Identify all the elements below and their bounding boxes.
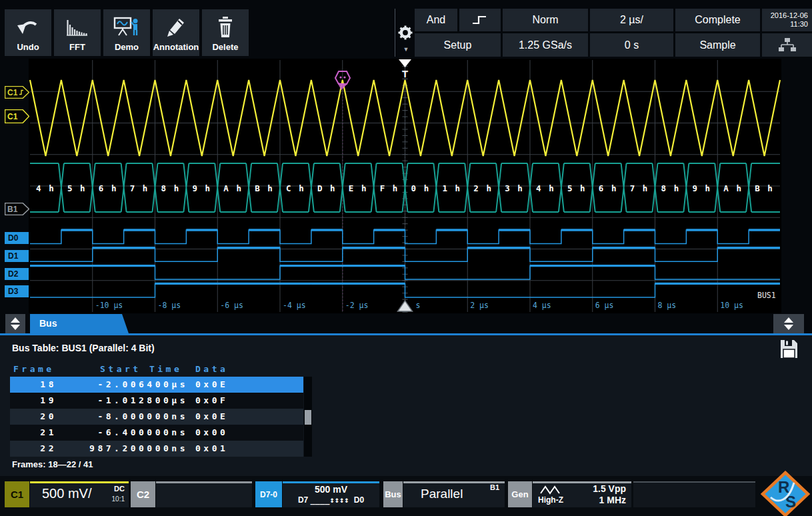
cell-start-time-value: -6.400000ns bbox=[10, 427, 188, 437]
undo-button[interactable]: Undo bbox=[5, 9, 51, 56]
save-icon[interactable] bbox=[780, 339, 798, 359]
time-axis-label: 6 µs bbox=[595, 301, 614, 310]
gen-badge[interactable]: Gen bbox=[508, 481, 532, 507]
scrollbar-thumb[interactable] bbox=[305, 410, 311, 425]
channel2-accent bbox=[156, 481, 252, 483]
bus-value-label: 6 h bbox=[599, 183, 618, 193]
time-axis-label: -6 µs bbox=[220, 301, 243, 310]
delete-button[interactable]: Delete bbox=[202, 9, 249, 56]
bus-value-label: 9 h bbox=[192, 183, 211, 193]
cell-start-time-value: 987.200000ns bbox=[10, 443, 188, 453]
digital-panel[interactable]: 500 mV D7 ____↕↕↕↕ D0 bbox=[283, 481, 379, 507]
bus-value-label: 4 h bbox=[536, 183, 555, 193]
d1-channel-label[interactable]: D1 bbox=[5, 250, 29, 262]
annotation-icon bbox=[153, 15, 199, 40]
gear-icon[interactable] bbox=[397, 25, 413, 41]
time-axis-label: -8 µs bbox=[158, 301, 181, 310]
bus-value-label: 3 h bbox=[505, 183, 524, 193]
channel2-panel[interactable] bbox=[156, 481, 252, 507]
trigger-mode-button[interactable]: Norm bbox=[503, 9, 588, 31]
time-axis-label: s bbox=[416, 301, 421, 310]
bus-badge[interactable]: Bus bbox=[383, 481, 403, 507]
digital-badge[interactable]: D7-0 bbox=[255, 481, 282, 507]
tab-bus[interactable]: Bus bbox=[30, 314, 129, 333]
acquisition-mode-button[interactable]: Sample bbox=[675, 33, 760, 57]
d2-channel-label[interactable]: D2 bbox=[5, 268, 29, 280]
gear-caret-icon[interactable]: ▼ bbox=[401, 46, 411, 53]
bus-value-label: 9 h bbox=[692, 183, 711, 193]
empty-panel[interactable] bbox=[633, 481, 755, 507]
bus-value-label: 5 h bbox=[67, 183, 87, 193]
time-axis-label: 8 µs bbox=[658, 301, 677, 310]
bus-value-label: 1 h bbox=[442, 183, 461, 193]
bus-value-label: A h bbox=[723, 183, 743, 193]
trigger-edge-button[interactable] bbox=[459, 9, 501, 31]
demo-icon bbox=[103, 15, 150, 40]
demo-label: Demo bbox=[115, 42, 139, 56]
datetime-display: 2016-12-06 11:30 bbox=[762, 9, 812, 31]
cell-data-value: 0x0E bbox=[195, 411, 228, 421]
bus-value-label: B h bbox=[755, 183, 774, 193]
trash-icon bbox=[202, 15, 249, 40]
table-row[interactable]: 19-1.012800µs0x0F bbox=[10, 393, 303, 409]
channel1-panel[interactable]: 500 mV/ DC 10:1 bbox=[30, 481, 129, 507]
channel1-badge[interactable]: C1 bbox=[5, 481, 29, 507]
table-row[interactable]: 21-6.400000ns0x00 bbox=[10, 425, 303, 441]
bus-table-title: Bus Table: BUS1 (Parallel: 4 Bit) bbox=[12, 343, 155, 353]
trigger-level-label[interactable]: C1 bbox=[5, 86, 29, 99]
gen-load: High-Z bbox=[538, 495, 563, 505]
d3-channel-label[interactable]: D3 bbox=[5, 285, 29, 297]
sample-rate-button[interactable]: 1.25 GSa/s bbox=[503, 33, 588, 57]
bus-value-label: 2 h bbox=[473, 183, 493, 193]
up-arrow-icon bbox=[784, 317, 793, 323]
digital-pattern-on: ↕↕↕↕ bbox=[330, 495, 349, 505]
graticule: T4 h5 h6 h7 h8 h9 hA hB hC hD hE hF h0 h… bbox=[29, 59, 781, 313]
svg-text:C1: C1 bbox=[7, 112, 18, 121]
annotation-button[interactable]: Annotation bbox=[153, 9, 199, 56]
table-scrollbar[interactable] bbox=[304, 377, 312, 457]
cell-data-value: 0x01 bbox=[195, 443, 228, 453]
channel1-accent bbox=[30, 481, 129, 483]
cell-data-value: 0x0E bbox=[195, 379, 228, 389]
digital-accent bbox=[283, 481, 379, 483]
table-row[interactable]: 22987.200000ns0x01 bbox=[10, 441, 303, 457]
d0-channel-label[interactable]: D0 bbox=[5, 232, 29, 244]
gen-panel[interactable]: High-Z 1.5 Vpp 1 MHz bbox=[533, 481, 631, 507]
rohde-schwarz-logo: R S bbox=[761, 471, 810, 516]
trigger-logic-button[interactable]: And bbox=[415, 9, 457, 31]
waveform-display[interactable]: T4 h5 h6 h7 h8 h9 hA hB hC hD hE hF h0 h… bbox=[29, 59, 779, 311]
channel1-position-label[interactable]: C1 bbox=[5, 109, 29, 123]
bus-value-label: 7 h bbox=[130, 183, 149, 193]
table-row[interactable]: 18-2.006400µs0x0E bbox=[10, 377, 303, 393]
fft-icon bbox=[54, 15, 101, 40]
bus-panel-bottom[interactable]: Parallel B1 bbox=[403, 481, 505, 507]
triangle-wave-icon bbox=[540, 485, 560, 495]
network-status-cell bbox=[762, 33, 812, 57]
frames-summary: Frames: 18—22 / 41 bbox=[12, 459, 93, 469]
demo-button[interactable]: Demo bbox=[103, 9, 150, 56]
svg-text:B1: B1 bbox=[7, 205, 18, 214]
timebase-button[interactable]: 2 µs/ bbox=[590, 9, 673, 31]
bus-value-label: B h bbox=[255, 183, 274, 193]
fft-button[interactable]: FFT bbox=[54, 9, 101, 56]
tab-scroll-up-down-right[interactable] bbox=[773, 314, 804, 333]
time-axis-label: -4 µs bbox=[283, 301, 306, 310]
empty-accent bbox=[633, 481, 755, 483]
digital-pattern: D7 ____↕↕↕↕ D0 bbox=[283, 495, 379, 505]
time-axis-label: 4 µs bbox=[533, 301, 551, 310]
bus-value-label: C h bbox=[286, 183, 305, 193]
bus-value-label: 4 h bbox=[36, 183, 55, 193]
acquisition-status-button[interactable]: Complete bbox=[675, 9, 760, 31]
channel1-probe: 10:1 bbox=[112, 495, 125, 503]
up-arrow-icon bbox=[11, 317, 20, 323]
horizontal-position-button[interactable]: 0 s bbox=[590, 33, 673, 57]
table-row[interactable]: 20-8.000000ns0x0E bbox=[10, 409, 303, 425]
bus-value-label: 7 h bbox=[630, 183, 649, 193]
tab-scroll-up-down-left[interactable] bbox=[5, 314, 25, 333]
cell-start-time-value: -1.012800µs bbox=[10, 395, 188, 405]
bus1-position-label[interactable]: B1 bbox=[5, 203, 29, 215]
time-text: 11:30 bbox=[762, 20, 808, 29]
col-frame: Frame bbox=[13, 364, 55, 374]
trigger-setup-button[interactable]: Setup bbox=[415, 33, 501, 57]
channel2-badge[interactable]: C2 bbox=[131, 481, 155, 507]
